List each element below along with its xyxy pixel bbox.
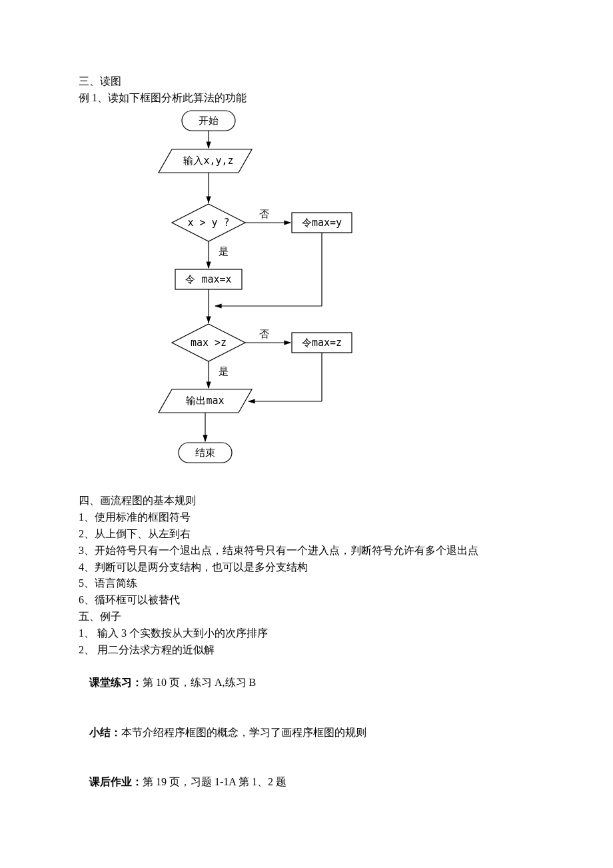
rule-2: 2、从上倒下、从左到右 xyxy=(79,526,533,543)
homework-label: 课后作业： xyxy=(89,776,143,787)
rule-5: 5、语言简练 xyxy=(79,575,533,592)
set-max-x-label: 令 max=x xyxy=(185,273,231,285)
decision-2-label: max >z xyxy=(191,337,227,349)
rule-6: 6、循环框可以被替代 xyxy=(79,592,533,609)
example-5-2: 2、 用二分法求方程的近似解 xyxy=(79,642,533,659)
classwork-line: 课堂练习：第 10 页，练习 A,练习 B xyxy=(79,658,533,707)
decision-1-no-label: 否 xyxy=(259,208,269,220)
end-label: 结束 xyxy=(195,447,215,459)
decision-2-no-label: 否 xyxy=(259,328,269,340)
output-label: 输出max xyxy=(186,395,224,407)
section-5-title: 五、例子 xyxy=(79,609,533,625)
example-1-prompt: 例 1、读如下框图分析此算法的功能 xyxy=(79,90,533,107)
start-label: 开始 xyxy=(199,115,219,127)
homework-line: 课后作业：第 19 页，习题 1-1A 第 1、2 题 xyxy=(79,757,533,807)
section-3-title: 三、读图 xyxy=(79,73,533,90)
summary-label: 小结： xyxy=(89,727,121,738)
flowchart-diagram: 开始 输入x,y,z x > y ? 否 令max=y 是 令 max=x xyxy=(119,109,533,488)
rule-3: 3、开始符号只有一个退出点，结束符号只有一个进入点，判断符号允许有多个退出点 xyxy=(79,543,533,559)
rule-1: 1、使用标准的框图符号 xyxy=(79,509,533,526)
classwork-text: 第 10 页，练习 A,练习 B xyxy=(143,677,256,688)
section-4-title: 四、画流程图的基本规则 xyxy=(79,493,533,509)
decision-2-yes-label: 是 xyxy=(219,365,229,377)
example-5-1: 1、 输入 3 个实数按从大到小的次序排序 xyxy=(79,625,533,642)
decision-1-yes-label: 是 xyxy=(219,245,229,257)
rule-4: 4、判断可以是两分支结构，也可以是多分支结构 xyxy=(79,559,533,576)
summary-text: 本节介绍程序框图的概念，学习了画程序框图的规则 xyxy=(121,727,366,738)
input-label: 输入x,y,z xyxy=(183,155,233,167)
document-page: 三、读图 例 1、读如下框图分析此算法的功能 开始 输入x,y,z x > y … xyxy=(0,0,613,868)
classwork-label: 课堂练习： xyxy=(89,677,143,688)
homework-text: 第 19 页，习题 1-1A 第 1、2 题 xyxy=(143,776,287,787)
set-max-z-label: 令max=z xyxy=(302,337,342,349)
set-max-y-label: 令max=y xyxy=(302,217,342,229)
summary-line: 小结：本节介绍程序框图的概念，学习了画程序框图的规则 xyxy=(79,708,533,757)
decision-1-label: x > y ? xyxy=(187,217,229,229)
